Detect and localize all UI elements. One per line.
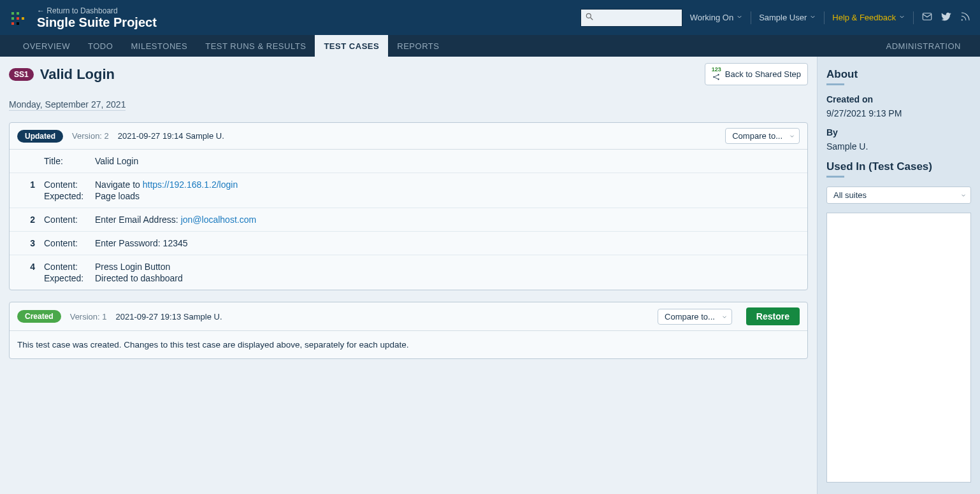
project-block: ← Return to Dashboard Single Suite Proje… [37, 6, 157, 29]
rss-icon[interactable] [960, 11, 971, 24]
field-label: Expected: [44, 273, 95, 283]
steps-icon: 123 [712, 67, 721, 73]
used-in-heading: Used In (Test Cases) [826, 160, 971, 173]
svg-line-1 [590, 18, 593, 20]
updated-pill: Updated [17, 130, 63, 143]
step-row: 4 Content: Press Login Button Expected: … [10, 255, 807, 290]
compare-label: Compare to... [732, 131, 782, 141]
step-number: 2 [20, 215, 44, 225]
created-timestamp: 2021-09-27 19:13 Sample U. [116, 312, 222, 321]
nav-bar: OVERVIEW TODO MILESTONES TEST RUNS & RES… [0, 35, 980, 57]
suites-selected-label: All suites [833, 190, 867, 200]
mail-icon[interactable] [921, 11, 933, 24]
field-label: Content: [44, 180, 95, 190]
main-content: SS1 Valid Login 123 Back to Shared Step … [0, 57, 817, 494]
chevron-down-icon [736, 13, 743, 22]
svg-point-6 [718, 78, 719, 80]
back-button-label: Back to Shared Step [725, 69, 801, 79]
history-created-card: Created Version: 1 2021-09-27 19:13 Samp… [9, 302, 808, 359]
field-value: Valid Login [95, 156, 138, 166]
user-label: Sample User [759, 13, 807, 22]
twitter-icon[interactable] [940, 11, 952, 24]
created-on-value: 9/27/2021 9:13 PM [826, 108, 971, 118]
step-row: 3 Content: Enter Password: 12345 [10, 232, 807, 255]
tab-milestones[interactable]: MILESTONES [122, 35, 196, 57]
restore-button[interactable]: Restore [746, 307, 800, 325]
user-dropdown[interactable]: Sample User [759, 13, 816, 22]
svg-point-3 [962, 19, 963, 20]
step-row: 2 Content: Enter Email Address: jon@loca… [10, 208, 807, 232]
administration-link[interactable]: ADMINISTRATION [881, 41, 966, 51]
created-on-label: Created on [826, 94, 971, 104]
working-on-label: Working On [690, 13, 733, 22]
chevron-down-icon [960, 192, 967, 199]
about-heading: About [826, 68, 971, 81]
title-row: SS1 Valid Login 123 Back to Shared Step [9, 63, 808, 85]
by-value: Sample U. [826, 141, 971, 152]
separator [913, 11, 914, 24]
updated-timestamp: 2021-09-27 19:14 Sample U. [118, 131, 224, 141]
search-icon [585, 12, 594, 23]
field-label: Expected: [44, 191, 95, 201]
chevron-down-icon [809, 13, 816, 22]
search-input[interactable] [580, 9, 682, 27]
history-updated-card: Updated Version: 2 2021-09-27 19:14 Samp… [9, 122, 808, 290]
version-label: Version: 1 [70, 312, 107, 321]
svg-rect-2 [923, 13, 932, 20]
field-value: Page loads [95, 191, 140, 201]
suites-select[interactable]: All suites [826, 187, 971, 204]
underline [826, 83, 844, 85]
project-title: Single Suite Project [37, 15, 157, 29]
svg-point-0 [586, 13, 591, 18]
chevron-down-icon [789, 133, 795, 139]
svg-point-5 [718, 74, 719, 75]
compare-label: Compare to... [665, 312, 715, 321]
step-number: 4 [20, 262, 44, 283]
top-header: ← Return to Dashboard Single Suite Proje… [0, 0, 980, 35]
step-number: 1 [20, 180, 44, 201]
case-id-badge: SS1 [9, 68, 34, 81]
back-to-shared-step-button[interactable]: 123 Back to Shared Step [705, 63, 808, 85]
tab-test-runs[interactable]: TEST RUNS & RESULTS [196, 35, 315, 57]
return-dashboard-link[interactable]: ← Return to Dashboard [37, 6, 157, 15]
help-feedback-dropdown[interactable]: Help & Feedback [832, 13, 905, 22]
step-number: 3 [20, 238, 44, 248]
step-row: 1 Content: Navigate to https://192.168.1… [10, 173, 807, 208]
svg-point-4 [714, 76, 715, 78]
email-link[interactable]: jon@localhost.com [181, 215, 257, 225]
field-value: Navigate to https://192.168.1.2/login [95, 180, 238, 190]
svg-line-8 [715, 78, 718, 79]
field-label: Content: [44, 238, 95, 248]
sidebar: About Created on 9/27/2021 9:13 PM By Sa… [817, 57, 980, 494]
field-label: Title: [44, 156, 95, 166]
chevron-down-icon [898, 13, 905, 22]
share-icon [712, 73, 721, 81]
tab-test-cases[interactable]: TEST CASES [315, 35, 388, 57]
field-value: Enter Password: 12345 [95, 238, 188, 248]
created-message: This test case was created. Changes to t… [10, 331, 807, 358]
created-pill: Created [17, 310, 61, 323]
tab-todo[interactable]: TODO [79, 35, 122, 57]
underline [826, 176, 844, 178]
history-date-heading: Monday, September 27, 2021 [9, 99, 126, 111]
field-label: Content: [44, 262, 95, 272]
compare-to-select[interactable]: Compare to... [658, 309, 732, 325]
chevron-down-icon [721, 314, 728, 320]
used-in-listbox[interactable] [826, 213, 971, 483]
url-link[interactable]: https://192.168.1.2/login [143, 180, 238, 190]
title-row: Title: Valid Login [10, 150, 807, 173]
working-on-dropdown[interactable]: Working On [690, 13, 743, 22]
help-label: Help & Feedback [832, 13, 896, 22]
version-label: Version: 2 [72, 131, 109, 141]
svg-line-7 [715, 75, 718, 76]
field-value: Enter Email Address: jon@localhost.com [95, 215, 256, 225]
page-title: Valid Login [40, 66, 115, 83]
separator [824, 11, 825, 24]
field-value: Press Login Button [95, 262, 170, 272]
app-logo [9, 10, 25, 26]
tab-reports[interactable]: REPORTS [388, 35, 448, 57]
separator [751, 11, 751, 24]
tab-overview[interactable]: OVERVIEW [14, 35, 79, 57]
compare-to-select[interactable]: Compare to... [725, 128, 800, 144]
by-label: By [826, 127, 971, 138]
